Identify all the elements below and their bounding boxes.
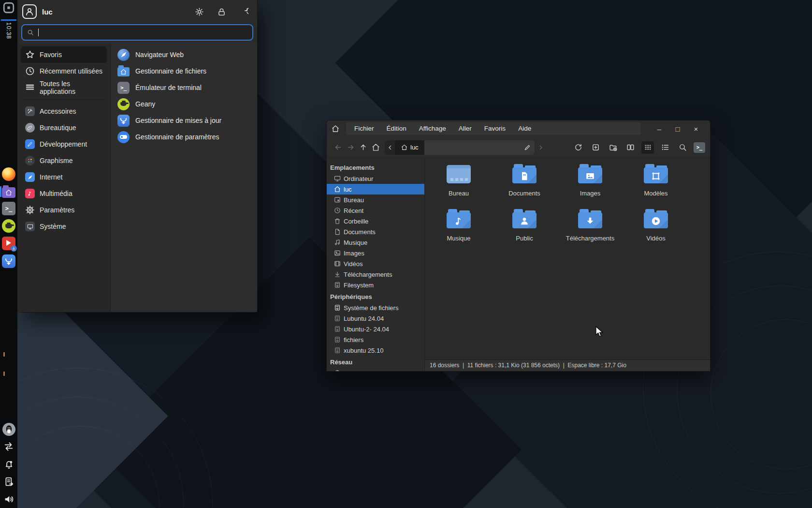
- breadcrumb-current[interactable]: luc: [395, 140, 424, 155]
- development-icon: [25, 139, 35, 149]
- window-titlebar[interactable]: Fichier Édition Affichage Aller Favoris …: [327, 120, 710, 137]
- file-view[interactable]: Bureau Documents Images Modèles Musique: [425, 158, 710, 371]
- launcher-video-downloader[interactable]: [0, 237, 17, 250]
- home-button[interactable]: [369, 141, 382, 154]
- reload-button[interactable]: [572, 141, 584, 154]
- firefox-icon: [2, 167, 15, 181]
- sidebar-item-systeme-de-fichiers[interactable]: Système de fichiers: [327, 302, 424, 313]
- path-field[interactable]: [424, 140, 535, 155]
- new-folder-button[interactable]: [607, 141, 619, 154]
- sidebar-item-xubuntu[interactable]: xubuntu 25.10: [327, 345, 424, 356]
- folder-musique[interactable]: Musique: [426, 209, 492, 254]
- launcher-active-indicator: [0, 186, 1, 197]
- menu-edition[interactable]: Édition: [380, 122, 413, 135]
- sidebar-item-corbeille[interactable]: Corbeille: [327, 216, 424, 226]
- folder-telechargements[interactable]: Téléchargements: [557, 209, 623, 254]
- app-mises-a-jour[interactable]: Gestionnaire de mises à jour: [114, 112, 254, 129]
- menu-favoris[interactable]: Favoris: [478, 122, 512, 135]
- category-internet[interactable]: Internet: [21, 169, 107, 185]
- menu-aide[interactable]: Aide: [512, 122, 537, 135]
- menu-affichage[interactable]: Affichage: [413, 122, 452, 135]
- speaker-icon: [3, 494, 14, 505]
- mouse-cursor: [595, 326, 604, 338]
- category-accessoires[interactable]: Accessoires: [21, 103, 107, 120]
- list-view-button[interactable]: [659, 141, 671, 154]
- trash-icon: [334, 218, 341, 224]
- sidebar-item-network-partial[interactable]: [327, 368, 424, 371]
- app-emulateur-terminal[interactable]: >_ Émulateur de terminal: [114, 79, 254, 96]
- split-view-button[interactable]: [624, 141, 637, 154]
- panel-clock[interactable]: 10:38: [0, 22, 17, 39]
- close-button[interactable]: ×: [687, 125, 705, 133]
- sidebar-item-filesystem[interactable]: Filesystem: [327, 280, 424, 290]
- app-parametres[interactable]: Gestionnaire de paramètres: [114, 129, 254, 145]
- category-bureautique[interactable]: Bureautique: [21, 120, 107, 136]
- category-systeme[interactable]: Système: [21, 218, 107, 235]
- maximize-button[interactable]: □: [668, 125, 687, 133]
- launcher-terminal[interactable]: >_: [0, 202, 17, 215]
- category-parametres[interactable]: Paramètres: [21, 202, 107, 218]
- tray-distro[interactable]: [0, 423, 17, 436]
- bell-icon: [4, 459, 14, 469]
- lock-screen-icon[interactable]: [217, 7, 226, 16]
- whisker-menu-button[interactable]: [0, 1, 17, 14]
- sidebar-item-fichiers[interactable]: fichiers: [327, 334, 424, 345]
- sidebar-item-ubuntu-2[interactable]: Ubuntu-2- 24.04: [327, 324, 424, 334]
- path-scroll-left-button[interactable]: [385, 140, 395, 155]
- new-tab-button[interactable]: [589, 141, 602, 154]
- sidebar-item-ordinateur[interactable]: Ordinateur: [327, 173, 424, 184]
- film-icon: [334, 260, 341, 267]
- path-scroll-right-button[interactable]: [535, 141, 547, 154]
- panel-active-indicator: [1, 19, 16, 21]
- minimize-button[interactable]: –: [650, 125, 668, 133]
- sidebar-item-bureau[interactable]: Bureau: [327, 194, 424, 205]
- folder-bureau[interactable]: Bureau: [426, 164, 492, 209]
- sidebar-item-telechargements[interactable]: Téléchargements: [327, 269, 424, 280]
- sidebar-item-documents[interactable]: Documents: [327, 226, 424, 237]
- sidebar-item-lubuntu[interactable]: Lubuntu 24.04: [327, 313, 424, 324]
- forward-button[interactable]: [344, 141, 357, 154]
- sidebar-item-luc[interactable]: luc: [327, 184, 424, 194]
- folder-modeles[interactable]: Modèles: [623, 164, 689, 209]
- folder-public[interactable]: Public: [492, 209, 557, 254]
- panel-marker: [3, 352, 5, 357]
- menu-aller[interactable]: Aller: [452, 122, 478, 135]
- category-favoris[interactable]: Favoris: [21, 46, 107, 63]
- app-gestionnaire-fichiers[interactable]: Gestionnaire de fichiers: [114, 63, 254, 79]
- app-geany[interactable]: Geany: [114, 96, 254, 112]
- search-button[interactable]: [676, 141, 689, 154]
- user-avatar[interactable]: [22, 4, 37, 19]
- folder-documents[interactable]: Documents: [492, 164, 557, 209]
- menu-fichier[interactable]: Fichier: [348, 122, 380, 135]
- window-home-icon: [332, 125, 339, 133]
- category-recent[interactable]: Récemment utilisées: [21, 63, 107, 79]
- gear-icon: [25, 205, 35, 215]
- tray-notifications[interactable]: [0, 459, 17, 469]
- tray-workspace-switcher[interactable]: [0, 441, 17, 452]
- logout-icon[interactable]: [239, 7, 248, 16]
- folder-images[interactable]: Images: [557, 164, 623, 209]
- edit-path-icon[interactable]: [524, 144, 531, 151]
- back-button[interactable]: [332, 141, 344, 154]
- grid-view-button[interactable]: [641, 141, 654, 154]
- launcher-firefox[interactable]: [0, 167, 17, 181]
- app-navigateur-web[interactable]: Navigateur Web: [114, 46, 254, 63]
- sidebar-item-videos[interactable]: Vidéos: [327, 258, 424, 269]
- settings-gear-icon[interactable]: [195, 7, 204, 16]
- category-developpement[interactable]: Développement: [21, 136, 107, 152]
- launcher-software-updater[interactable]: [0, 254, 17, 268]
- sidebar-item-images[interactable]: Images: [327, 248, 424, 258]
- category-multimedia[interactable]: Multimédia: [21, 185, 107, 202]
- folder-videos[interactable]: Vidéos: [623, 209, 689, 254]
- open-terminal-button[interactable]: >_: [694, 142, 705, 153]
- sidebar-item-recent[interactable]: Récent: [327, 205, 424, 216]
- up-button[interactable]: [357, 141, 369, 154]
- tray-session-log[interactable]: [0, 477, 17, 487]
- category-graphisme[interactable]: Graphisme: [21, 152, 107, 169]
- launcher-file-manager[interactable]: [0, 186, 17, 198]
- category-all-apps[interactable]: Toutes les applications: [21, 79, 107, 96]
- sidebar-item-musique[interactable]: Musique: [327, 237, 424, 248]
- tray-volume[interactable]: [0, 494, 17, 505]
- launcher-geany[interactable]: [0, 219, 17, 233]
- search-input[interactable]: [21, 24, 253, 41]
